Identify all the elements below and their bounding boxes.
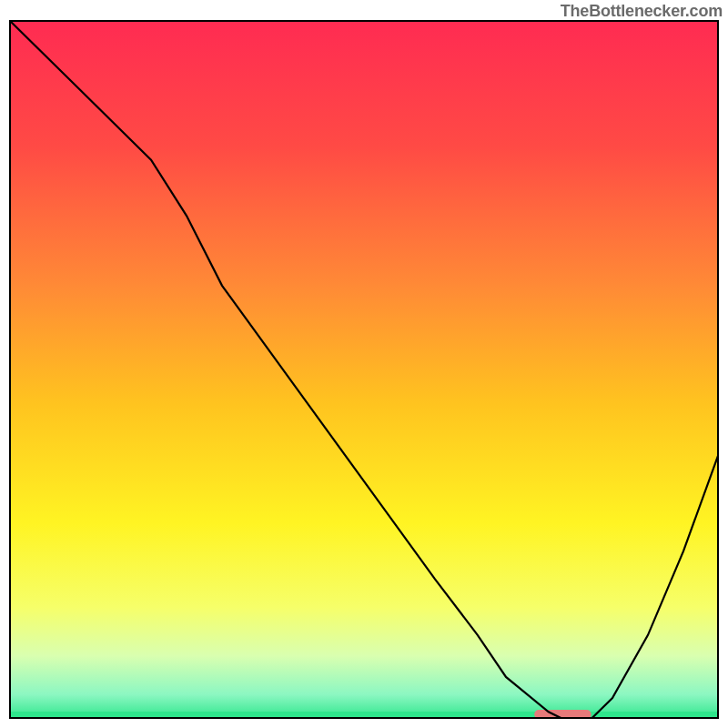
chart-stage: TheBottlenecker.com — [0, 0, 728, 728]
bottleneck-chart — [9, 20, 719, 719]
attribution-text: TheBottlenecker.com — [561, 2, 723, 21]
chart-svg — [9, 20, 719, 719]
